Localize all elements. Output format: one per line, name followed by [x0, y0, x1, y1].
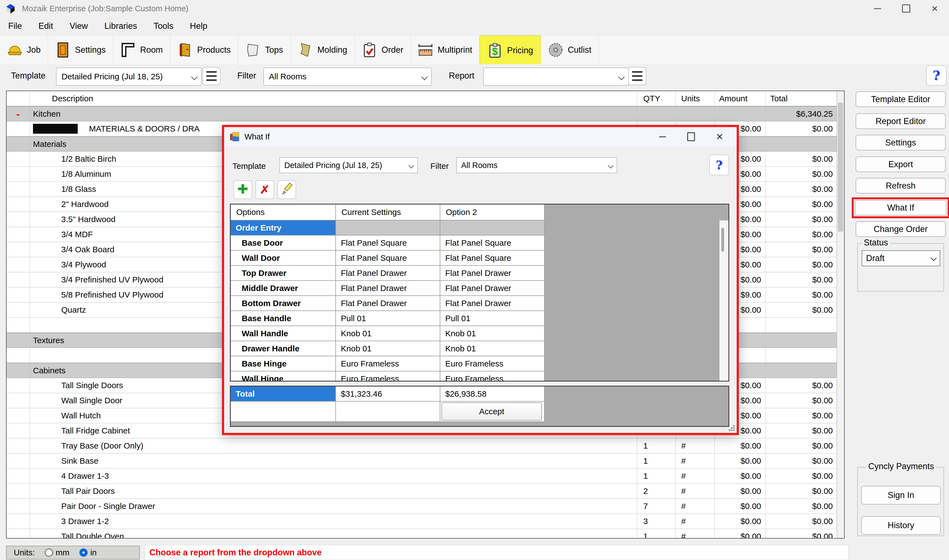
option2-cell[interactable]: Euro Frameless — [440, 356, 545, 371]
scrollbar-thumb[interactable] — [838, 103, 843, 232]
refresh-button[interactable]: Refresh — [856, 178, 946, 194]
resize-grip[interactable] — [729, 425, 735, 431]
table-row[interactable]: Tray Base (Door Only)1#$0.00$0.00 — [6, 438, 844, 454]
options-grid-row[interactable]: Wall DoorFlat Panel SquareFlat Panel Squ… — [231, 251, 729, 266]
current-setting-cell[interactable]: Euro Frameless — [336, 356, 440, 371]
sign-in-button[interactable]: Sign In — [861, 486, 941, 505]
options-grid-scrollbar[interactable] — [719, 220, 729, 381]
history-button[interactable]: History — [861, 516, 941, 535]
what-if-highlight-box: What If — [852, 197, 949, 218]
minimize-icon[interactable] — [863, 0, 892, 17]
toolbar-item-tops[interactable]: Tops — [238, 35, 290, 64]
toolbar-item-pricing[interactable]: $Pricing — [479, 35, 541, 65]
options-grid-row[interactable]: Order Entry — [231, 220, 729, 235]
table-row[interactable]: Tall Pair Doors2#$0.00$0.00 — [6, 484, 844, 499]
qty-cell: 1 — [637, 529, 676, 538]
change-order-button[interactable]: Change Order — [856, 221, 946, 237]
template-dropdown[interactable]: Detailed Pricing (Jul 18, 25) — [56, 68, 202, 86]
toolbar-item-cutlist[interactable]: Cutlist — [541, 35, 599, 64]
template-menu-button[interactable] — [202, 67, 220, 85]
toolbar-item-job[interactable]: Job — [0, 35, 48, 64]
scrollbar-thumb[interactable] — [721, 228, 724, 251]
option2-cell[interactable]: Flat Panel Drawer — [440, 266, 545, 281]
settings-button[interactable]: Settings — [856, 135, 946, 151]
current-setting-cell[interactable]: Knob 01 — [336, 326, 440, 341]
toolbar-item-multiprint[interactable]: Multiprint — [411, 35, 479, 64]
option2-cell[interactable]: Flat Panel Square — [440, 235, 545, 251]
current-setting-cell[interactable]: Pull 01 — [336, 311, 440, 326]
dialog-template-dropdown[interactable]: Detailed Pricing (Jul 18, 25) — [279, 157, 418, 173]
report-dropdown[interactable] — [483, 68, 629, 86]
close-icon[interactable]: ✕ — [920, 0, 949, 17]
option2-cell[interactable]: Flat Panel Drawer — [440, 281, 545, 296]
current-setting-cell[interactable]: Flat Panel Drawer — [336, 281, 440, 296]
dialog-filter-dropdown[interactable]: All Rooms — [456, 157, 617, 173]
add-option-button[interactable] — [233, 180, 252, 199]
edit-option-button[interactable] — [277, 180, 296, 199]
export-button[interactable]: Export — [856, 157, 946, 172]
menu-item-libraries[interactable]: Libraries — [96, 21, 145, 31]
help-button[interactable]: ? — [926, 65, 946, 86]
total-cell: $0.00 — [766, 197, 837, 212]
option-name-cell: Base Hinge — [231, 356, 336, 371]
options-grid-row[interactable]: Middle DrawerFlat Panel DrawerFlat Panel… — [231, 281, 729, 296]
template-editor-button[interactable]: Template Editor — [856, 91, 946, 107]
rooms-filter-dropdown[interactable]: All Rooms — [263, 68, 432, 86]
table-row[interactable]: Pair Door - Single Drawer7#$0.00$0.00 — [6, 499, 844, 514]
options-grid-row[interactable]: Drawer HandleKnob 01Knob 01 — [231, 341, 729, 356]
dialog-minimize-icon[interactable] — [648, 127, 677, 146]
delete-option-button[interactable]: ✗ — [256, 180, 274, 199]
menu-item-help[interactable]: Help — [182, 21, 216, 31]
table-row[interactable]: Sink Base1#$0.00$0.00 — [6, 454, 844, 469]
radio-icon[interactable] — [79, 548, 88, 557]
radio-icon[interactable] — [45, 548, 53, 557]
table-row[interactable]: 3 Drawer 1-23#$0.00$0.00 — [6, 514, 844, 529]
toolbar-item-room[interactable]: Room — [113, 35, 170, 64]
current-setting-cell[interactable]: Knob 01 — [336, 341, 440, 356]
option2-cell[interactable]: Knob 01 — [440, 326, 545, 341]
collapse-icon[interactable]: - — [16, 110, 20, 118]
units-radio-in[interactable]: in — [79, 548, 97, 557]
dialog-help-button[interactable]: ? — [709, 155, 729, 175]
current-setting-cell[interactable]: Euro Frameless — [336, 371, 440, 382]
current-setting-cell[interactable]: Flat Panel Square — [336, 251, 440, 266]
options-grid-row[interactable]: Base HandlePull 01Pull 01 — [231, 311, 729, 326]
current-setting-cell[interactable] — [336, 220, 440, 235]
menu-item-view[interactable]: View — [61, 21, 96, 31]
option2-cell[interactable]: Pull 01 — [440, 311, 545, 326]
vertical-scrollbar[interactable] — [837, 91, 844, 538]
option2-cell[interactable]: Knob 01 — [440, 341, 545, 356]
dialog-maximize-icon[interactable] — [677, 127, 706, 146]
toolbar-item-settings[interactable]: Settings — [48, 35, 113, 64]
options-grid-row[interactable]: Top DrawerFlat Panel DrawerFlat Panel Dr… — [231, 266, 729, 281]
options-grid-row[interactable]: Bottom DrawerFlat Panel DrawerFlat Panel… — [231, 296, 729, 311]
options-grid-row[interactable]: Wall HandleKnob 01Knob 01 — [231, 326, 729, 341]
what-if-button[interactable]: What If — [855, 200, 946, 215]
table-row[interactable]: -Kitchen$6,340.25 — [6, 106, 844, 122]
current-setting-cell[interactable]: Flat Panel Square — [336, 235, 440, 251]
units-radio-mm[interactable]: mm — [45, 548, 69, 557]
table-row[interactable]: 4 Drawer 1-31#$0.00$0.00 — [6, 469, 844, 484]
menu-item-edit[interactable]: Edit — [30, 21, 61, 31]
report-menu-button[interactable] — [628, 67, 646, 85]
menu-item-tools[interactable]: Tools — [145, 21, 182, 31]
report-editor-button[interactable]: Report Editor — [856, 113, 946, 129]
toolbar-item-molding[interactable]: Molding — [291, 35, 355, 64]
option2-cell[interactable]: Flat Panel Square — [440, 251, 545, 266]
options-grid-row[interactable]: Base HingeEuro FramelessEuro Frameless — [231, 356, 729, 371]
maximize-icon[interactable] — [892, 0, 920, 17]
table-row[interactable]: Tall Double Oven1#$0.00$0.00 — [6, 529, 844, 538]
option2-cell[interactable]: Euro Frameless — [440, 371, 545, 382]
dialog-close-icon[interactable]: ✕ — [706, 127, 734, 146]
options-grid-row[interactable]: Wall HingeEuro FramelessEuro Frameless — [231, 371, 729, 382]
current-setting-cell[interactable]: Flat Panel Drawer — [336, 296, 440, 311]
status-dropdown[interactable]: Draft — [862, 250, 940, 266]
options-grid-row[interactable]: Base DoorFlat Panel SquareFlat Panel Squ… — [231, 235, 729, 251]
accept-button[interactable]: Accept — [441, 402, 542, 420]
option2-cell[interactable] — [440, 220, 545, 235]
menu-item-file[interactable]: File — [0, 21, 30, 31]
toolbar-item-products[interactable]: Products — [170, 35, 238, 64]
toolbar-item-order[interactable]: Order — [354, 35, 411, 64]
option2-cell[interactable]: Flat Panel Drawer — [440, 296, 545, 311]
current-setting-cell[interactable]: Flat Panel Drawer — [336, 266, 440, 281]
